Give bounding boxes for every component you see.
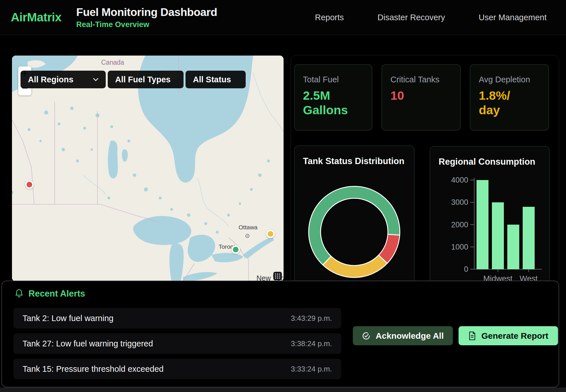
nav-item-reports[interactable]: Reports — [315, 13, 344, 22]
alerts-section-title: Recent Alerts — [28, 289, 85, 299]
map-filters: All Regions All Fuel Types All Status — [21, 71, 246, 88]
bar-2 — [507, 225, 519, 270]
map-label-ottawa: Ottawa — [239, 224, 258, 230]
alert-timestamp: 3:43:29 p.m. — [291, 314, 332, 323]
alert-row: Tank 2: Low fuel warning 3:43:29 p.m. — [13, 308, 341, 328]
tank-marker-warning[interactable] — [266, 230, 275, 238]
dashboard-page: AirMatrix Fuel Monitoring Dashboard Real… — [0, 0, 566, 392]
stat-card-avg-depletion: Avg Depletion 1.8%/day — [470, 64, 549, 130]
stat-value: 10 — [390, 88, 452, 103]
donut-chart — [294, 146, 415, 284]
tank-marker-critical[interactable] — [25, 180, 34, 189]
status-filter-value: All Status — [193, 75, 231, 84]
footer-strip — [0, 387, 566, 392]
regional-consumption-card: Regional Consumption 01000200030004000Mi… — [430, 146, 549, 284]
bar-1 — [492, 202, 504, 269]
alert-timestamp: 3:33:24 p.m. — [291, 365, 332, 373]
map-panel[interactable]: Canada Ottawa Toronto New York + − All R… — [12, 56, 284, 281]
stat-label: Avg Depletion — [479, 75, 540, 84]
acknowledge-all-label: Acknowledge All — [376, 331, 444, 341]
bar-0 — [477, 180, 488, 269]
map-label-canada: Canada — [101, 59, 124, 66]
page-title: Fuel Monitoring Dashboard — [76, 6, 217, 19]
generate-report-label: Generate Report — [481, 331, 548, 341]
stat-label: Critical Tanks — [390, 75, 452, 84]
stat-label: Total Fuel — [303, 75, 363, 84]
tank-status-card: Tank Status Distribution — [294, 146, 414, 284]
acknowledge-all-button[interactable]: Acknowledge All — [353, 326, 453, 345]
brand-logo: AirMatrix — [0, 11, 62, 24]
status-filter-select[interactable]: All Status — [186, 71, 246, 88]
nav-item-user-management[interactable]: User Management — [479, 13, 547, 22]
alert-message: Tank 27: Low fuel warning triggered — [23, 339, 153, 348]
alert-message: Tank 15: Pressure threshold exceeded — [23, 364, 164, 374]
bar-3 — [523, 207, 535, 269]
nav-item-disaster-recovery[interactable]: Disaster Recovery — [378, 13, 445, 22]
alert-row: Tank 27: Low fuel warning triggered 3:38… — [13, 333, 341, 354]
svg-text:4000: 4000 — [451, 176, 468, 184]
region-filter-select[interactable]: All Regions — [21, 71, 106, 88]
map-canvas[interactable]: Canada Ottawa Toronto New York — [12, 56, 284, 281]
stat-value: 2.5MGallons — [303, 88, 363, 117]
svg-text:3000: 3000 — [451, 198, 468, 207]
bell-icon — [15, 289, 23, 299]
stat-value: 1.8%/day — [479, 88, 540, 117]
alert-row: Tank 15: Pressure threshold exceeded 3:3… — [13, 359, 341, 379]
check-circle-icon — [362, 332, 370, 340]
alert-timestamp: 3:38:24 p.m. — [291, 339, 332, 348]
svg-text:2000: 2000 — [451, 220, 468, 229]
app-header: AirMatrix Fuel Monitoring Dashboard Real… — [0, 0, 566, 35]
resize-grip-handle[interactable] — [273, 272, 282, 280]
stat-card-total-fuel: Total Fuel 2.5MGallons — [294, 64, 372, 130]
stat-card-critical-tanks: Critical Tanks 10 — [382, 64, 461, 130]
fuel-type-filter-value: All Fuel Types — [115, 75, 170, 84]
top-nav: Reports Disaster Recovery User Managemen… — [315, 13, 566, 22]
document-icon — [468, 332, 476, 340]
tank-marker-normal[interactable] — [231, 245, 240, 254]
donut-slice-warning — [323, 255, 387, 277]
generate-report-button[interactable]: Generate Report — [459, 326, 558, 345]
alert-message: Tank 2: Low fuel warning — [23, 314, 113, 323]
recent-alerts-panel: Recent Alerts Tank 2: Low fuel warning 3… — [1, 281, 559, 387]
region-filter-value: All Regions — [28, 75, 74, 84]
svg-text:0: 0 — [464, 265, 468, 273]
alerts-header: Recent Alerts — [15, 289, 85, 299]
fuel-type-filter-select[interactable]: All Fuel Types — [108, 71, 184, 88]
bar-chart: 01000200030004000MidwestWest — [430, 146, 550, 284]
page-subtitle: Real-Time Overview — [76, 20, 217, 29]
title-block: Fuel Monitoring Dashboard Real-Time Over… — [76, 6, 217, 29]
metrics-panel: Total Fuel 2.5MGallons Critical Tanks 10… — [291, 55, 559, 285]
svg-text:1000: 1000 — [451, 243, 468, 251]
chevron-down-icon — [93, 78, 98, 81]
